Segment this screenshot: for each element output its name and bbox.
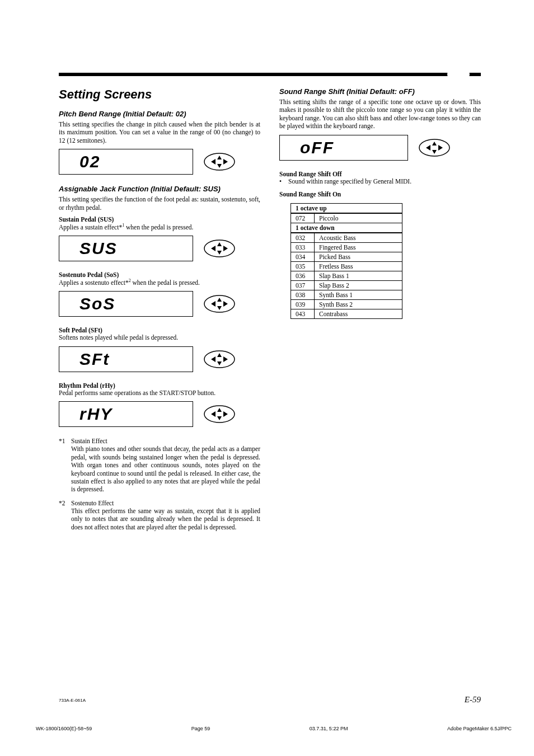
footer-page: Page 59 <box>191 726 210 731</box>
sostenuto-display: SoS <box>59 291 193 317</box>
pitch-bend-display: 02 <box>59 149 193 175</box>
footer: WK-1800/1600(E)-58~59 Page 59 03.7.31, 5… <box>36 726 512 731</box>
table-row: 033Fingered Bass <box>291 242 402 252</box>
sustain-desc: Applies a sustain effect*1 when the peda… <box>59 223 260 231</box>
right-column: Sound Range Shift (Initial Default: oFF)… <box>279 87 481 537</box>
sostenuto-desc: Applies a sostenuto effect*2 when the pe… <box>59 278 260 287</box>
sound-range-desc: This setting shifts the range of a speci… <box>279 98 481 130</box>
soft-desc: Softens notes played while pedal is depr… <box>59 334 260 341</box>
table-row: 038Synth Bass 1 <box>291 290 402 299</box>
sound-range-display: oFF <box>279 135 408 161</box>
footer-filename: WK-1800/1600(E)-58~59 <box>36 726 92 731</box>
table-row: 043Contrabass <box>291 309 402 318</box>
footnote-2: *2 Sostenuto Effect This effect performs… <box>59 499 260 532</box>
cursor-arrows-icon <box>418 138 451 157</box>
cursor-arrows-icon <box>203 152 236 171</box>
cursor-arrows-icon <box>203 294 236 313</box>
footer-date: 03.7.31, 5:22 PM <box>310 726 348 731</box>
rhythm-display: rHY <box>59 401 193 427</box>
left-column: Setting Screens Pitch Bend Range (Initia… <box>59 87 260 537</box>
sustain-display: SUS <box>59 236 193 261</box>
cursor-arrows-icon <box>203 350 236 369</box>
table-row: 035Fretless Bass <box>291 261 402 271</box>
table-row: 072Piccolo <box>291 213 402 223</box>
cursor-arrows-icon <box>203 239 236 258</box>
soft-title: Soft Pedal (SFt) <box>59 327 260 334</box>
jack-desc: This setting specifies the function of t… <box>59 195 260 212</box>
sustain-title: Sustain Pedal (SUS) <box>59 216 260 223</box>
table-row: 039Synth Bass 2 <box>291 299 402 309</box>
table-row: 036Slap Bass 1 <box>291 271 402 280</box>
sound-range-heading: Sound Range Shift (Initial Default: oFF) <box>279 87 481 96</box>
sound-range-table: 1 octave up 072Piccolo 1 octave down 032… <box>291 203 402 319</box>
srs-off-desc: • Sound within range specified by Genera… <box>279 177 481 185</box>
soft-display: SFt <box>59 346 193 372</box>
footnote-1: *1 Sustain Effect With piano tones and o… <box>59 437 260 494</box>
table-row: 034Picked Bass <box>291 252 402 261</box>
table-row: 037Slap Bass 2 <box>291 280 402 290</box>
header-rule <box>59 73 481 76</box>
sostenuto-title: Sostenuto Pedal (SoS) <box>59 271 260 278</box>
rhythm-title: Rhythm Pedal (rHy) <box>59 382 260 389</box>
cursor-arrows-icon <box>203 405 236 424</box>
rhythm-desc: Pedal performs same operations as the ST… <box>59 389 260 397</box>
section-title: Setting Screens <box>59 87 260 102</box>
pitch-bend-desc: This setting specifies the change in pit… <box>59 120 260 144</box>
footer-app: Adobe PageMaker 6.5J/PPC <box>447 726 512 731</box>
jack-heading: Assignable Jack Function (Initial Defaul… <box>59 185 260 193</box>
pitch-bend-heading: Pitch Bend Range (Initial Default: 02) <box>59 110 260 118</box>
srs-off-title: Sound Range Shift Off <box>279 171 481 177</box>
srs-on-title: Sound Range Shift On <box>279 191 481 198</box>
page-number: E-59 <box>465 695 481 705</box>
doc-reference: 733A-E-061A <box>59 698 86 703</box>
table-row: 032Acoustic Bass <box>291 233 402 243</box>
